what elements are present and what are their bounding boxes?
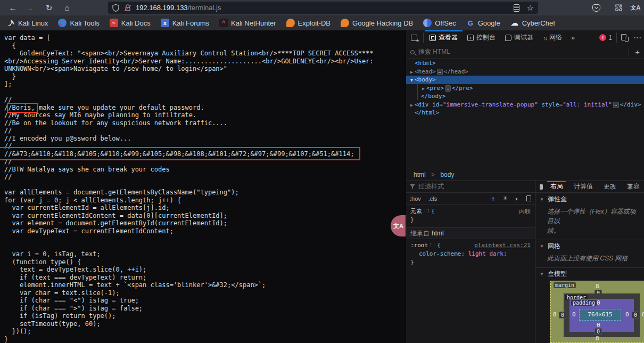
url-text[interactable]: 192.168.199.133/terminal.js [136, 4, 514, 12]
ellipsis-badge[interactable]: … [445, 85, 451, 92]
devtools-menu-button[interactable]: ··· [632, 30, 644, 45]
cyberchef-icon: ☁ [510, 19, 519, 27]
expander-icon[interactable]: ▶ [409, 68, 415, 77]
layout-pane: 布局 计算值 更改 兼容 ▼弹性盒 选择一个弹性（Flex）容器或项目以续。 ▼… [535, 181, 644, 343]
expander-icon[interactable]: ▶ [420, 85, 426, 93]
reader-mode-icon[interactable] [514, 4, 519, 12]
bookmark-exploit-db[interactable]: Exploit-DB [286, 19, 331, 27]
reload-button[interactable]: ↻ [42, 0, 56, 15]
add-rule-button[interactable]: + [491, 194, 495, 203]
bookmark-kali-tools[interactable]: Kali Tools [58, 19, 99, 27]
more-tabs-button[interactable]: » [567, 30, 579, 45]
tree-node-head[interactable]: ▶<head>…</head> [406, 68, 644, 76]
search-html-input[interactable]: 搜索 HTML [418, 47, 628, 56]
bookmark-google-hacking-db[interactable]: Google Hacking DB [341, 19, 413, 27]
error-count-badge[interactable]: ! 1 [596, 30, 615, 45]
print-media-icon[interactable] [526, 195, 531, 201]
kali-tools-icon [58, 19, 67, 27]
flexbox-section-header[interactable]: ▼弹性盒 [535, 193, 644, 206]
console-icon [467, 35, 474, 41]
stylesheet-link[interactable]: plaintext.css:21 [474, 241, 531, 250]
pocket-button[interactable] [589, 0, 603, 15]
breadcrumb-item-html[interactable]: html [414, 171, 426, 178]
three-pane-toggle-icon[interactable] [540, 184, 543, 190]
expander-icon[interactable]: ▼ [409, 76, 415, 85]
padding-right-value[interactable]: 0 [625, 311, 629, 318]
tree-node-translate-popup-div[interactable]: ▶<div id="immersive-translate-popup" sty… [406, 101, 644, 109]
url-bar[interactable]: 192.168.199.133/terminal.js ☆ [108, 2, 538, 14]
element-rule-open[interactable]: 元素{ 内联 [406, 207, 535, 216]
forward-button[interactable]: → [22, 0, 37, 15]
translate-extension-button[interactable]: 文A [629, 0, 642, 15]
tree-node-pre[interactable]: ▶<pre>…</pre> [406, 84, 644, 93]
tab-layout[interactable]: 布局 [545, 181, 568, 192]
tab-computed[interactable]: 计算值 [568, 181, 598, 192]
add-node-button[interactable]: + [630, 47, 640, 56]
responsive-mode-button[interactable] [618, 30, 632, 45]
tab-compatibility[interactable]: 兼容 [622, 181, 644, 192]
box-model-content[interactable]: 764×615 [579, 309, 621, 321]
bookmark-offsec[interactable]: OffSec [423, 19, 456, 27]
kali-linux-icon [6, 19, 15, 27]
pick-element-button[interactable] [406, 30, 422, 45]
ellipsis-badge[interactable]: … [437, 69, 443, 75]
grid-hint: 此页面上没有使用 CSS 网格 [535, 252, 644, 267]
inspector-icon [430, 35, 436, 41]
bookmark-kali-nethunter[interactable]: ^ Kali NetHunter [219, 19, 276, 27]
network-icon: ↑↓ [543, 35, 547, 41]
class-toggle[interactable]: .cls [428, 195, 437, 202]
devtools-toolbar: 查看器 控制台 调试器 ↑↓ 网络 » ! 1 ··· [406, 30, 644, 45]
tree-node-html-open[interactable]: <html> [406, 59, 644, 68]
bookmark-kali-forums[interactable]: x Kali Forums [161, 19, 209, 27]
bookmark-star-icon[interactable]: ☆ [527, 3, 534, 13]
margin-right-value[interactable]: 8 [642, 311, 644, 318]
highlight-target-icon[interactable] [425, 209, 428, 213]
root-rule-open[interactable]: :root{ plaintext.css:21 [406, 241, 535, 250]
margin-top-value[interactable]: 8 [596, 283, 599, 290]
page-content: var data = [ { GoldenEyeText: "<span><br… [0, 30, 402, 343]
tab-debugger[interactable]: 调试器 [500, 30, 538, 45]
tab-console[interactable]: 控制台 [463, 30, 500, 45]
light-theme-icon[interactable]: ☀ [502, 195, 508, 202]
margin-left-value[interactable]: 8 [553, 311, 557, 318]
tab-network[interactable]: ↑↓ 网络 [538, 30, 567, 45]
home-button[interactable]: ⌂ [60, 0, 75, 15]
bookmark-kali-linux[interactable]: Kali Linux [6, 19, 48, 27]
shield-icon[interactable] [112, 4, 119, 12]
ellipsis-badge[interactable]: … [613, 102, 619, 108]
highlight-target-icon[interactable] [431, 243, 434, 247]
back-button[interactable]: ← [5, 0, 20, 15]
tab-changes[interactable]: 更改 [598, 181, 622, 192]
broken-lock-icon[interactable] [124, 4, 131, 12]
forward-icon: → [26, 3, 34, 12]
pick-element-icon [411, 35, 417, 41]
padding-left-value[interactable]: 0 [572, 311, 576, 318]
css-declaration[interactable]: color-scheme: light dark; [406, 250, 535, 258]
pseudo-class-toggle[interactable]: :hov [410, 195, 421, 202]
bookmark-cyberchef[interactable]: ☁ CyberChef [510, 19, 555, 27]
translate-icon: 文A [631, 4, 641, 12]
breadcrumb-item-body[interactable]: body [440, 171, 454, 178]
expander-icon[interactable]: ▶ [409, 101, 415, 110]
box-model-section-header[interactable]: ▼盒模型 [535, 267, 644, 280]
padding-top-value[interactable]: 0 [597, 299, 600, 306]
rules-toolbar: :hov .cls + ☀ ◐ [406, 193, 535, 205]
dark-theme-icon[interactable]: ◐ [515, 195, 519, 202]
grid-section-header[interactable]: ▼网格 [535, 240, 644, 252]
tree-node-body-close[interactable]: </body> [406, 92, 644, 101]
margin-bottom-value[interactable]: 8 [596, 335, 599, 342]
bookmark-label: Kali Forums [172, 19, 209, 27]
bookmark-kali-docs[interactable]: ~ Kali Docs [110, 19, 151, 27]
border-left-value[interactable]: 0 [559, 312, 566, 318]
bookmark-label: OffSec [435, 19, 456, 27]
filter-styles-row: 过滤样式 [406, 181, 535, 193]
expander-icon: ▼ [540, 272, 544, 276]
tree-node-html-close[interactable]: </html> [406, 109, 644, 117]
extensions-button[interactable] [612, 0, 625, 15]
border-bottom-value[interactable]: 0 [595, 328, 602, 335]
bookmark-google[interactable]: G Google [466, 19, 500, 27]
tree-node-body-selected[interactable]: ▼<body> [406, 76, 644, 84]
border-right-value[interactable]: 0 [632, 312, 639, 318]
filter-styles-input[interactable]: 过滤样式 [418, 182, 444, 191]
tab-inspector[interactable]: 查看器 [425, 30, 463, 45]
